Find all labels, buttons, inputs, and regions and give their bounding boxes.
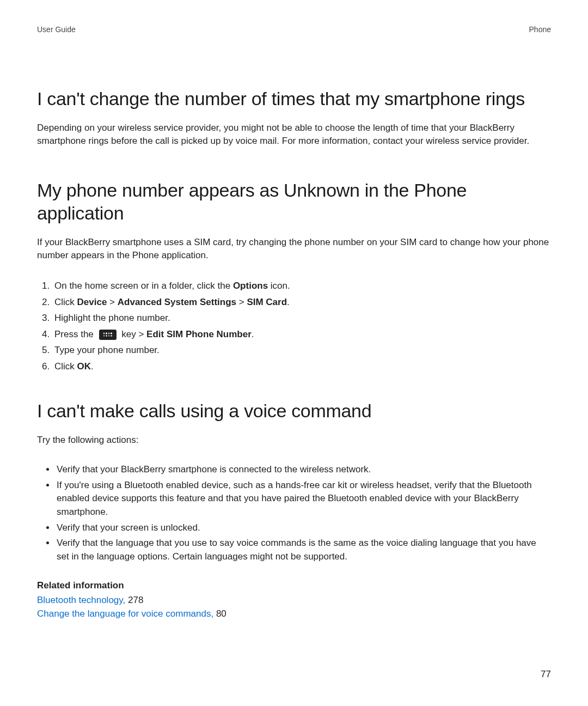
step-1: On the home screen or in a folder, click…	[52, 279, 551, 293]
step-2: Click Device > Advanced System Settings …	[52, 295, 551, 309]
related-heading: Related information	[37, 580, 551, 591]
section3-heading: I can't make calls using a voice command	[37, 399, 551, 423]
bullet-3: Verify that your screen is unlocked.	[56, 521, 551, 535]
step-5: Type your phone number.	[52, 343, 551, 357]
section1-body: Depending on your wireless service provi…	[37, 121, 551, 148]
section2-steps: On the home screen or in a folder, click…	[37, 279, 551, 373]
step-4: Press the key > Edit SIM Phone Number.	[52, 327, 551, 342]
page-number: 77	[541, 669, 551, 680]
related-link-voice-language[interactable]: Change the language for voice commands,	[37, 608, 213, 619]
bullet-1: Verify that your BlackBerry smartphone i…	[56, 463, 551, 477]
related-link-1-row: Bluetooth technology, 278	[37, 593, 551, 607]
related-link-2-row: Change the language for voice commands, …	[37, 607, 551, 621]
section3-bullets: Verify that your BlackBerry smartphone i…	[37, 463, 551, 563]
related-link-bluetooth[interactable]: Bluetooth technology,	[37, 595, 125, 605]
header-right: Phone	[529, 25, 551, 34]
step-3: Highlight the phone number.	[52, 311, 551, 325]
section2-body: If your BlackBerry smartphone uses a SIM…	[37, 236, 551, 263]
section1-heading: I can't change the number of times that …	[37, 87, 551, 111]
header-left: User Guide	[37, 25, 76, 34]
step-6: Click OK.	[52, 360, 551, 374]
section3-body: Try the following actions:	[37, 434, 551, 447]
bullet-2: If you're using a Bluetooth enabled devi…	[56, 479, 551, 519]
bullet-4: Verify that the language that you use to…	[56, 537, 551, 563]
section2-heading: My phone number appears as Unknown in th…	[37, 179, 551, 225]
menu-key-icon	[99, 330, 117, 340]
